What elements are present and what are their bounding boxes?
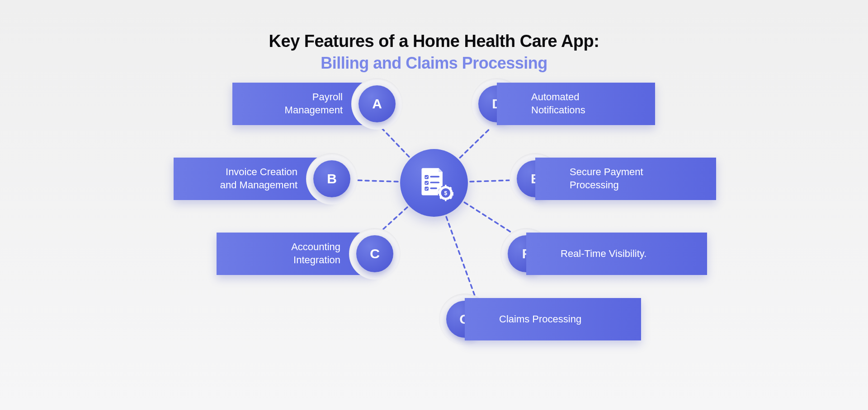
feature-label: Automated Notifications [531, 91, 585, 116]
feature-badge: C [356, 235, 393, 272]
feature-a: Payroll Management A [196, 83, 377, 125]
svg-rect-10 [430, 176, 439, 177]
billing-document-gear-icon: $ [415, 163, 453, 202]
feature-badge: A [359, 85, 396, 122]
feature-bar: Automated Notifications [497, 83, 655, 125]
feature-label: Real-Time Visibility. [561, 247, 646, 261]
central-hub: $ [400, 149, 468, 217]
feature-e: E Secure Payment Processing [535, 158, 743, 200]
svg-text:$: $ [444, 190, 447, 196]
feature-label: Payroll Management [285, 91, 343, 116]
feature-label: Claims Processing [499, 313, 581, 326]
diagram-stage: Key Features of a Home Health Care App: … [92, 0, 776, 335]
feature-g: G Claims Processing [465, 298, 664, 340]
svg-rect-11 [430, 182, 439, 183]
feature-bar: Claims Processing [465, 298, 641, 340]
feature-label: Secure Payment Processing [570, 166, 643, 191]
feature-f: F Real-Time Visibility. [526, 233, 734, 275]
feature-b: Invoice Creation and Management B [137, 158, 332, 200]
feature-bar: Real-Time Visibility. [526, 233, 707, 275]
svg-rect-12 [430, 187, 437, 189]
title-line-1: Key Features of a Home Health Care App: [92, 32, 776, 51]
feature-d: D Automated Notifications [497, 83, 687, 125]
svg-rect-15 [445, 199, 446, 201]
feature-c: Accounting Integration C [180, 233, 375, 275]
diagram-title: Key Features of a Home Health Care App: … [92, 32, 776, 73]
svg-rect-14 [445, 185, 446, 187]
feature-badge: B [313, 160, 350, 197]
feature-bar: Secure Payment Processing [535, 158, 716, 200]
feature-label: Invoice Creation and Management [220, 166, 297, 191]
feature-label: Accounting Integration [291, 241, 340, 266]
title-line-2: Billing and Claims Processing [92, 54, 776, 73]
